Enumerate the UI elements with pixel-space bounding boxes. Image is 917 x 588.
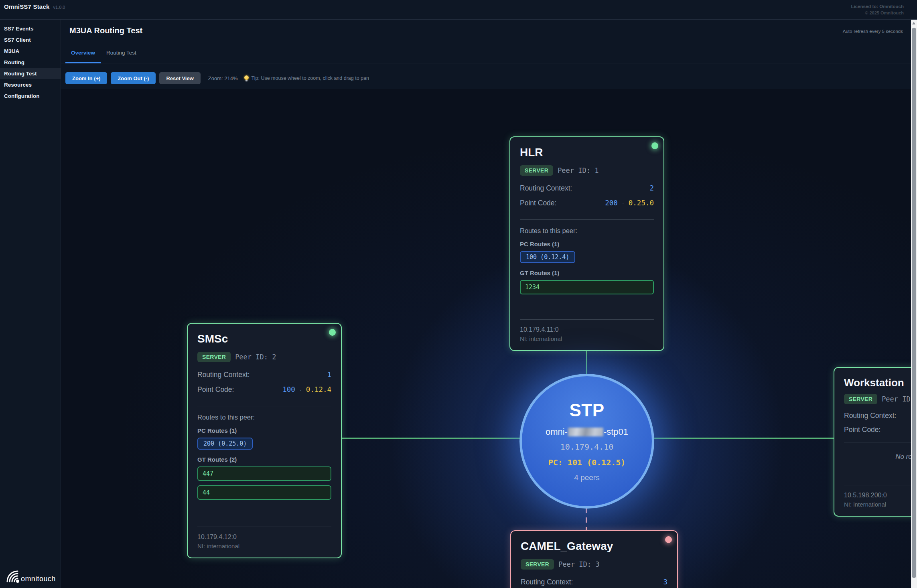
sidebar-item-m3ua[interactable]: M3UA bbox=[0, 45, 61, 57]
peer-id: Peer ID: 3 bbox=[558, 560, 599, 568]
network-indicator: NI: international bbox=[844, 501, 911, 508]
lightbulb-icon bbox=[244, 75, 249, 81]
status-dot-online bbox=[651, 142, 658, 149]
server-badge: SERVER bbox=[197, 352, 231, 362]
peer-id: Peer ID: bbox=[882, 395, 911, 403]
server-badge: SERVER bbox=[521, 559, 554, 570]
routing-context-value: 1 bbox=[327, 371, 331, 379]
canvas-toolbar: Zoom In (+) Zoom Out (-) Reset View Zoom… bbox=[65, 72, 911, 84]
node-card-workstation[interactable]: Workstation SERVER Peer ID: Routing Cont… bbox=[834, 367, 911, 517]
node-card-camel-gateway[interactable]: CAMEL_Gateway SERVER Peer ID: 3 Routing … bbox=[510, 530, 678, 588]
sidebar-item-resources[interactable]: Resources bbox=[0, 79, 61, 90]
dot-separator: · bbox=[622, 200, 624, 207]
divider bbox=[520, 319, 654, 320]
server-badge: SERVER bbox=[844, 394, 877, 404]
routing-context-value: 3 bbox=[663, 578, 667, 586]
peer-id: Peer ID: 2 bbox=[235, 353, 276, 361]
server-badge: SERVER bbox=[520, 165, 553, 176]
sidebar: SS7 Events SS7 Client M3UA Routing Routi… bbox=[0, 20, 61, 588]
point-code-int: 200 bbox=[605, 199, 618, 207]
link-hlr-stp bbox=[586, 350, 587, 375]
tab-overview[interactable]: Overview bbox=[65, 45, 101, 63]
card-footer: 10.179.4.12:0 NI: international bbox=[197, 521, 331, 549]
stp-hostname: omni- -stp01 bbox=[546, 427, 628, 437]
badge-row: SERVER Peer ID: 3 bbox=[521, 559, 667, 570]
node-address: 10.179.4.12:0 bbox=[197, 533, 331, 541]
badge-row: SERVER Peer ID: 1 bbox=[520, 165, 654, 176]
routing-context-row: Routing Context: 2 bbox=[520, 184, 654, 193]
point-code-dotted: 0.12.4 bbox=[306, 385, 331, 393]
sidebar-item-routing-test[interactable]: Routing Test bbox=[0, 68, 61, 79]
page-title: M3UA Routing Test bbox=[69, 26, 903, 35]
point-code-row: Point Code: 100 · 0.12.4 bbox=[197, 385, 331, 394]
routing-context-row: Routing Context: bbox=[844, 412, 911, 420]
sidebar-item-ss7-client[interactable]: SS7 Client bbox=[0, 34, 61, 45]
node-address: 10.5.198.200:0 bbox=[844, 492, 911, 499]
link-stp-camel-dashed bbox=[586, 508, 587, 531]
stp-hostname-prefix: omni- bbox=[546, 427, 568, 437]
pc-routes-label: PC Routes (1) bbox=[520, 241, 654, 247]
card-footer: 10.179.4.11:0 NI: international bbox=[520, 314, 654, 342]
divider bbox=[197, 406, 331, 406]
zoom-level-readout: Zoom: 214% bbox=[208, 75, 238, 81]
node-title: SMSc bbox=[197, 333, 331, 345]
routing-context-row: Routing Context: 3 bbox=[521, 578, 667, 586]
node-title: CAMEL_Gateway bbox=[521, 540, 667, 553]
divider bbox=[520, 219, 654, 220]
redacted-hostname-segment bbox=[568, 428, 603, 436]
reset-view-button[interactable]: Reset View bbox=[159, 72, 200, 84]
divider bbox=[844, 485, 911, 485]
stp-point-code: PC: 101 (0.12.5) bbox=[548, 458, 626, 467]
licensed-to: Licensed to: Omnitouch bbox=[851, 3, 904, 10]
page-header: M3UA Routing Test bbox=[61, 20, 911, 35]
tab-routing-test[interactable]: Routing Test bbox=[101, 45, 142, 63]
scrollbar-thumb[interactable] bbox=[912, 28, 916, 578]
pc-route-chip: 200 (0.25.0) bbox=[197, 438, 253, 450]
peer-id: Peer ID: 1 bbox=[558, 166, 598, 174]
license-info: Licensed to: Omnitouch © 2025 Omnitouch bbox=[851, 3, 904, 16]
sidebar-item-routing[interactable]: Routing bbox=[0, 57, 61, 68]
gt-routes-label: GT Routes (1) bbox=[520, 270, 654, 276]
tab-bar: Overview Routing Test bbox=[61, 45, 911, 63]
logo-text: omnitouch bbox=[21, 575, 56, 584]
network-canvas[interactable]: HLR SERVER Peer ID: 1 Routing Context: 2… bbox=[61, 89, 911, 588]
omnitouch-logo: omnitouch bbox=[3, 568, 56, 584]
routing-context-row: Routing Context: 1 bbox=[197, 371, 331, 379]
routing-context-label: Routing Context: bbox=[521, 578, 573, 586]
top-bar: OmniSS7 Stack v1.0.0 Licensed to: Omnito… bbox=[0, 0, 917, 20]
point-code-label: Point Code: bbox=[197, 385, 234, 394]
divider bbox=[197, 527, 331, 527]
pan-zoom-tip: Tip: Use mouse wheel to zoom, click and … bbox=[244, 75, 369, 81]
node-title: HLR bbox=[520, 146, 654, 159]
stp-peer-count: 4 peers bbox=[574, 473, 599, 482]
stp-node[interactable]: STP omni- -stp01 10.179.4.10 PC: 101 (0.… bbox=[519, 374, 654, 509]
network-indicator: NI: international bbox=[520, 335, 654, 342]
point-code-dotted: 0.25.0 bbox=[629, 199, 654, 207]
sidebar-item-ss7-events[interactable]: SS7 Events bbox=[0, 23, 61, 34]
zoom-in-button[interactable]: Zoom In (+) bbox=[65, 72, 107, 84]
node-card-hlr[interactable]: HLR SERVER Peer ID: 1 Routing Context: 2… bbox=[509, 136, 664, 351]
node-card-smsc[interactable]: SMSc SERVER Peer ID: 2 Routing Context: … bbox=[187, 323, 342, 558]
scrollbar-up-arrow-icon[interactable] bbox=[912, 22, 915, 24]
zoom-out-button[interactable]: Zoom Out (-) bbox=[111, 72, 156, 84]
point-code-row: Point Code: 200 · 0.25.0 bbox=[520, 199, 654, 207]
app-title: OmniSS7 Stack bbox=[4, 3, 49, 10]
badge-row: SERVER Peer ID: bbox=[844, 394, 911, 404]
scrollbar[interactable] bbox=[911, 20, 917, 588]
point-code-value: 100 · 0.12.4 bbox=[282, 385, 331, 393]
gt-route-entry: 447 bbox=[197, 466, 331, 481]
app-version: v1.0.0 bbox=[53, 5, 65, 10]
gt-routes-label: GT Routes (2) bbox=[197, 456, 331, 463]
point-code-value: 200 · 0.25.0 bbox=[605, 199, 654, 207]
no-routes-message: No routes bbox=[844, 453, 911, 461]
pc-route-chip: 100 (0.12.4) bbox=[520, 251, 575, 263]
copyright: © 2025 Omnitouch bbox=[851, 10, 904, 16]
main-content: M3UA Routing Test Auto-refresh every 5 s… bbox=[61, 20, 911, 588]
card-footer: 10.5.198.200:0 NI: international bbox=[844, 479, 911, 508]
tip-text: Tip: Use mouse wheel to zoom, click and … bbox=[252, 75, 369, 81]
sidebar-item-configuration[interactable]: Configuration bbox=[0, 90, 61, 101]
stp-ip: 10.179.4.10 bbox=[560, 442, 613, 452]
dot-separator: · bbox=[300, 386, 302, 393]
brand: OmniSS7 Stack v1.0.0 bbox=[4, 3, 65, 10]
divider bbox=[844, 442, 911, 442]
